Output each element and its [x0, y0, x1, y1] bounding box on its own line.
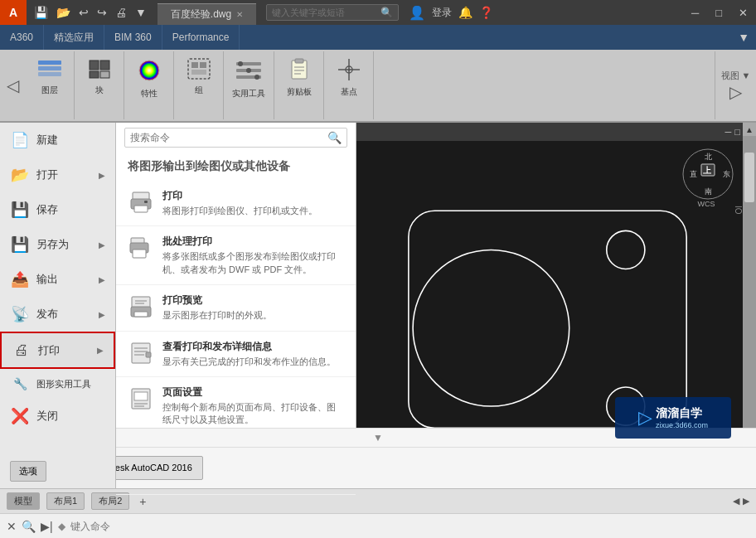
- svg-rect-3: [90, 61, 99, 70]
- cmd-close-btn[interactable]: ✕: [7, 520, 17, 533]
- svg-rect-6: [100, 71, 109, 78]
- commandbar: ✕ 🔍 ▶| ◆: [0, 513, 756, 538]
- cad-minimize[interactable]: ─: [725, 127, 732, 137]
- restore-button[interactable]: □: [707, 0, 730, 25]
- tab-a360[interactable]: A360: [0, 25, 44, 50]
- print-preview-item-icon: [128, 293, 154, 320]
- menu-item-tools[interactable]: 🔧 图形实用工具: [0, 369, 115, 399]
- compass-south: 南: [705, 187, 712, 196]
- layer-tool[interactable]: 图层: [33, 55, 66, 99]
- cmd-search-btn[interactable]: 🔍: [22, 520, 36, 533]
- search-icon: 🔍: [380, 7, 393, 18]
- search-bar[interactable]: 🔍: [266, 4, 399, 21]
- submenu-print-preview[interactable]: 打印预览 显示图形在打印时的外观。: [116, 285, 356, 331]
- undo-quick-icon[interactable]: ↩: [76, 4, 91, 21]
- minimize-button[interactable]: ─: [683, 0, 707, 25]
- close-button[interactable]: ✕: [730, 0, 756, 25]
- open-quick-icon[interactable]: 📂: [54, 4, 73, 21]
- notification-icon[interactable]: 🔔: [458, 6, 472, 19]
- svg-rect-2: [38, 72, 61, 76]
- svg-point-13: [238, 61, 243, 66]
- save-icon: 💾: [10, 201, 30, 219]
- help-icon[interactable]: ❓: [479, 6, 493, 19]
- svg-rect-1: [38, 66, 61, 70]
- ribbon-right-nav[interactable]: ▷: [729, 82, 742, 102]
- redo-quick-icon[interactable]: ↪: [94, 4, 109, 21]
- cad-right-letters: IO: [734, 206, 743, 215]
- saveas-arrow: ▶: [99, 240, 105, 250]
- menu-item-export[interactable]: 📤 输出 ▶: [0, 262, 115, 297]
- menu-item-publish[interactable]: 📡 发布 ▶: [0, 297, 115, 332]
- search-input[interactable]: [272, 7, 380, 17]
- group-clipboard: 剪贴板: [274, 51, 324, 119]
- view-label: 视图 ▼: [721, 70, 751, 82]
- submenu-batch-print[interactable]: 批处理打印 将多张图纸或多个图形发布到绘图仪或打印机、或者发布为 DWF 或 P…: [116, 226, 356, 285]
- tab-selected-apps[interactable]: 精选应用: [44, 25, 104, 50]
- cmd-forward-btn[interactable]: ▶|: [41, 520, 53, 533]
- tab-bim360[interactable]: BIM 360: [104, 25, 162, 50]
- print-quick-icon[interactable]: 🖨: [113, 4, 129, 21]
- svg-rect-36: [134, 312, 148, 317]
- menu-item-open[interactable]: 📂 打开 ▶: [0, 158, 115, 192]
- compass-east: 东: [723, 170, 730, 178]
- publish-icon: 📡: [10, 305, 30, 323]
- page-setup-item-icon: [128, 385, 154, 412]
- document-tab[interactable]: 百度经验.dwg ✕: [158, 3, 256, 25]
- menu-item-close[interactable]: ❌ 关闭: [0, 399, 115, 434]
- svg-point-7: [139, 61, 159, 80]
- clipboard-tool[interactable]: 剪贴板: [284, 55, 315, 100]
- layout-scroll-right[interactable]: ▶: [743, 496, 749, 506]
- layout2-tab[interactable]: 布局2: [91, 492, 129, 510]
- menu-item-save[interactable]: 💾 保存: [0, 192, 115, 227]
- add-layout-btn[interactable]: +: [136, 495, 149, 508]
- options-button[interactable]: 选项: [10, 461, 46, 482]
- save-quick-icon[interactable]: 💾: [32, 4, 51, 21]
- cad-restore[interactable]: □: [734, 127, 740, 137]
- svg-point-26: [347, 69, 350, 71]
- menu-item-print[interactable]: 🖨 打印 ▶: [0, 332, 115, 369]
- ribbon-left-nav[interactable]: ◁: [7, 75, 19, 95]
- tab-performance[interactable]: Performance: [162, 25, 240, 50]
- menu-item-new[interactable]: 📄 新建: [0, 123, 115, 158]
- svg-point-15: [246, 68, 251, 73]
- menu-item-saveas[interactable]: 💾 另存为 ▶: [0, 227, 115, 262]
- utilities-tool[interactable]: 实用工具: [229, 55, 269, 102]
- svg-point-17: [254, 75, 259, 80]
- command-search-icon: 🔍: [327, 131, 342, 144]
- scroll-up-btn[interactable]: ▲: [743, 123, 756, 136]
- submenu-big-title: 将图形输出到绘图仪或其他设备: [116, 153, 356, 181]
- properties-tool[interactable]: 特性: [131, 55, 167, 102]
- scroll-down-icon[interactable]: ▼: [373, 432, 383, 443]
- layout1-tab[interactable]: 布局1: [46, 492, 85, 510]
- svg-rect-43: [146, 352, 151, 357]
- watermark: ▷ 溜溜自学 zixue.3d66.com: [615, 397, 731, 439]
- basepoint-tool[interactable]: 基点: [333, 55, 365, 100]
- tools-icon: 🔧: [10, 377, 30, 390]
- quick-access-toolbar: 💾 📂 ↩ ↪ 🖨 ▼: [27, 0, 154, 25]
- command-input[interactable]: [70, 521, 749, 532]
- layout-scroll-left[interactable]: ◀: [733, 496, 739, 506]
- batch-print-item-icon: [128, 235, 154, 261]
- watermark-title: 溜溜自学: [656, 406, 708, 421]
- person-icon: 👤: [409, 5, 425, 21]
- login-label[interactable]: 登录: [432, 6, 452, 20]
- svg-rect-11: [191, 70, 206, 75]
- submenu-print-info[interactable]: 查看打印和发布详细信息 显示有关已完成的打印和发布作业的信息。: [116, 332, 356, 377]
- more-quick-icon[interactable]: ▼: [133, 4, 149, 21]
- command-search-box[interactable]: 🔍: [124, 128, 347, 148]
- svg-rect-45: [134, 392, 148, 400]
- doc-close-icon[interactable]: ✕: [236, 10, 243, 19]
- svg-rect-5: [90, 71, 99, 78]
- ribbon-tabs: A360 精选应用 BIM 360 Performance ▼: [0, 25, 756, 50]
- statusbar: 模型 布局1 布局2 + ◀ ▶: [0, 488, 756, 513]
- ribbon-collapse-icon[interactable]: ▼: [738, 31, 749, 44]
- model-tab[interactable]: 模型: [7, 492, 40, 510]
- submenu-print[interactable]: 打印 将图形打印到绘图仪、打印机或文件。: [116, 181, 356, 226]
- block-tool[interactable]: 块: [83, 55, 116, 99]
- scroll-thumb[interactable]: [744, 153, 754, 202]
- svg-rect-33: [133, 250, 146, 258]
- svg-rect-10: [200, 62, 206, 68]
- command-search-input[interactable]: [130, 132, 327, 143]
- group-tool[interactable]: 组: [183, 55, 215, 99]
- app-body: 📄 新建 📂 打开 ▶ 💾 保存 💾 另存为 ▶ 📤 输出 ▶ 📡 发布 ▶: [0, 123, 756, 488]
